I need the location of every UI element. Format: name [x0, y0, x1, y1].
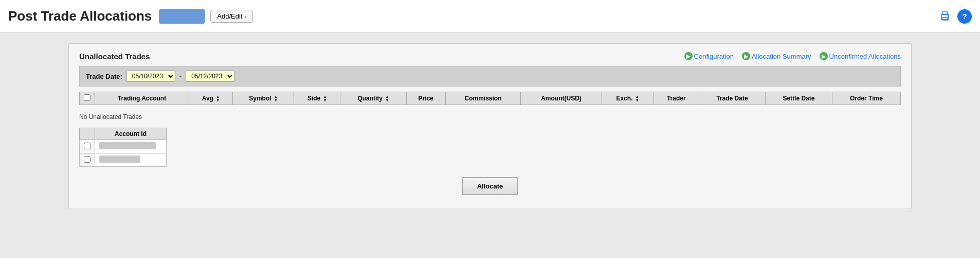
- configuration-arrow-icon: ▶: [684, 52, 693, 60]
- header-checkbox-col: [80, 92, 95, 105]
- unconfirmed-allocations-link[interactable]: ▶ Unconfirmed Allocations: [820, 52, 901, 60]
- header-trading-account-label: Trading Account: [118, 95, 166, 102]
- allocation-summary-arrow-icon: ▶: [742, 52, 750, 60]
- svg-point-3: [947, 15, 948, 16]
- allocation-summary-link[interactable]: ▶ Allocation Summary: [742, 52, 811, 60]
- account-checkbox-header: [80, 128, 95, 140]
- header-order-time: Order Time: [832, 92, 900, 105]
- header-price-label: Price: [418, 95, 433, 102]
- configuration-label: Configuration: [694, 53, 734, 60]
- symbol-sort-icon: ▲▼: [274, 95, 278, 102]
- header-trader-label: Trader: [667, 95, 686, 102]
- chevron-icon: ›: [244, 13, 246, 20]
- page-header: Post Trade Allocations Add/Edit › ?: [0, 0, 980, 33]
- select-all-checkbox[interactable]: [84, 94, 90, 101]
- header-exch[interactable]: Exch. ▲▼: [602, 92, 654, 105]
- header-order-time-label: Order Time: [850, 95, 883, 102]
- account-row-2-value: [95, 153, 167, 167]
- configuration-link[interactable]: ▶ Configuration: [684, 52, 734, 60]
- trade-date-from-select[interactable]: 05/10/2023: [126, 71, 175, 82]
- header-commission: Commission: [445, 92, 520, 105]
- section-title: Unallocated Trades: [79, 52, 150, 61]
- account-row-1-blurred: [99, 142, 156, 149]
- header-amount-usd-label: Amount(USD): [541, 95, 582, 102]
- title-badge: [159, 9, 205, 24]
- trade-date-to-select[interactable]: 05/12/2023: [186, 71, 234, 82]
- header-symbol[interactable]: Symbol ▲▼: [232, 92, 294, 105]
- account-row-2-checkbox[interactable]: [84, 156, 90, 163]
- account-row-2-blurred: [99, 156, 140, 163]
- account-id-header: Account Id: [95, 128, 167, 140]
- table-row: [80, 153, 167, 167]
- header-trade-date: Trade Date: [699, 92, 765, 105]
- allocation-summary-label: Allocation Summary: [752, 53, 811, 60]
- header-trade-date-label: Trade Date: [716, 95, 748, 102]
- header-side-label: Side: [307, 95, 320, 102]
- header-quantity[interactable]: Quantity ▲▼: [340, 92, 406, 105]
- unconfirmed-allocations-label: Unconfirmed Allocations: [829, 53, 901, 60]
- account-row-1-value: [95, 140, 167, 153]
- header-trader: Trader: [654, 92, 699, 105]
- header-commission-label: Commission: [465, 95, 502, 102]
- trade-date-label: Trade Date:: [86, 73, 122, 80]
- trade-date-row: Trade Date: 05/10/2023 - 05/12/2023: [79, 66, 901, 87]
- header-settle-date-label: Settle Date: [783, 95, 814, 102]
- header-side[interactable]: Side ▲▼: [294, 92, 340, 105]
- header-settle-date: Settle Date: [765, 92, 832, 105]
- date-separator: -: [179, 73, 182, 80]
- avg-sort-icon: ▲▼: [216, 95, 220, 102]
- header-right-icons: ?: [938, 9, 972, 24]
- header-avg-label: Avg: [202, 95, 213, 102]
- help-icon[interactable]: ?: [957, 9, 972, 24]
- account-row-1-checkbox[interactable]: [84, 143, 90, 149]
- allocate-button[interactable]: Allocate: [462, 177, 519, 195]
- add-edit-label: Add/Edit: [217, 12, 242, 20]
- quantity-sort-icon: ▲▼: [385, 95, 389, 102]
- account-id-table: Account Id: [79, 128, 167, 167]
- table-header-row: Trading Account Avg ▲▼ Symbol ▲▼ Side ▲▼: [80, 92, 901, 105]
- header-amount-usd: Amount(USD): [521, 92, 602, 105]
- header-avg[interactable]: Avg ▲▼: [189, 92, 233, 105]
- allocate-section: Allocate: [79, 177, 901, 200]
- page-title: Post Trade Allocations: [8, 8, 152, 24]
- header-quantity-label: Quantity: [357, 95, 383, 102]
- header-price: Price: [406, 92, 445, 105]
- main-content: Unallocated Trades ▶ Configuration ▶ All…: [0, 33, 980, 219]
- unconfirmed-arrow-icon: ▶: [820, 52, 828, 60]
- header-symbol-label: Symbol: [249, 95, 271, 102]
- trades-table: Trading Account Avg ▲▼ Symbol ▲▼ Side ▲▼: [79, 92, 901, 105]
- card-top: Unallocated Trades ▶ Configuration ▶ All…: [79, 52, 901, 61]
- print-icon[interactable]: [938, 9, 952, 24]
- account-header-row: Account Id: [80, 128, 167, 140]
- main-card: Unallocated Trades ▶ Configuration ▶ All…: [68, 43, 912, 209]
- top-links: ▶ Configuration ▶ Allocation Summary ▶ U…: [684, 52, 901, 60]
- account-row-2-checkbox-cell: [80, 153, 95, 167]
- header-exch-label: Exch.: [616, 95, 632, 102]
- side-sort-icon: ▲▼: [323, 95, 327, 102]
- account-row-1-checkbox-cell: [80, 140, 95, 153]
- header-trading-account[interactable]: Trading Account: [95, 92, 189, 105]
- add-edit-button[interactable]: Add/Edit ›: [210, 10, 253, 23]
- no-trades-message: No Unallocated Trades: [79, 110, 901, 124]
- exch-sort-icon: ▲▼: [636, 95, 639, 102]
- table-row: [80, 140, 167, 153]
